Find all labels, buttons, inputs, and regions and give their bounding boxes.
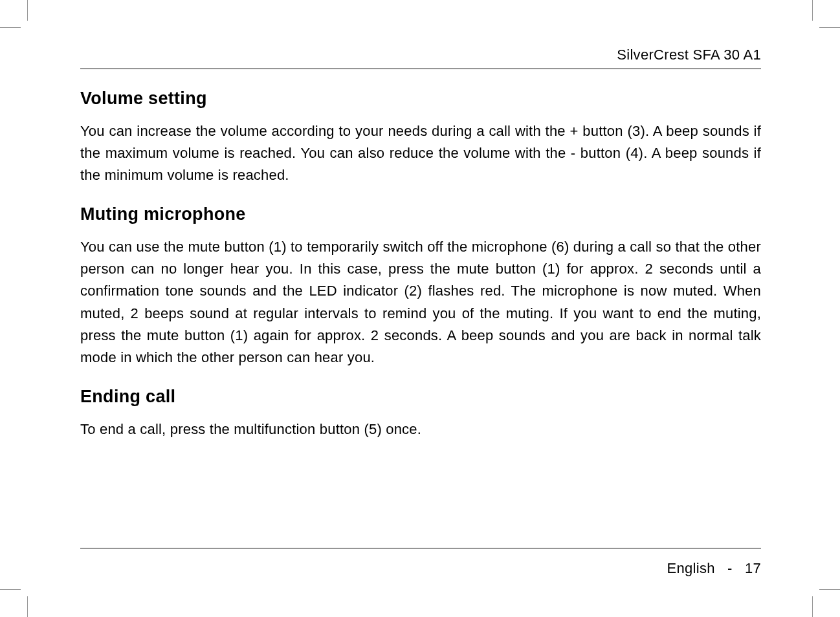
crop-mark <box>0 589 21 590</box>
crop-mark <box>819 27 840 28</box>
section-heading-muting: Muting microphone <box>80 204 761 224</box>
page-footer: English - 17 <box>80 548 761 577</box>
section-heading-ending: Ending call <box>80 387 761 407</box>
crop-mark <box>0 27 21 28</box>
footer-separator: - <box>727 560 733 576</box>
page-header: SilverCrest SFA 30 A1 <box>80 47 761 69</box>
section-heading-volume: Volume setting <box>80 89 761 109</box>
crop-mark <box>812 0 813 21</box>
section-body-ending: To end a call, press the multifunction b… <box>80 418 761 440</box>
crop-mark <box>27 596 28 617</box>
section-body-volume: You can increase the volume according to… <box>80 120 761 186</box>
product-name: SilverCrest SFA 30 A1 <box>617 47 761 63</box>
crop-mark <box>27 0 28 21</box>
page-container: SilverCrest SFA 30 A1 Volume setting You… <box>27 27 813 590</box>
crop-mark <box>812 596 813 617</box>
footer-page-number: 17 <box>745 560 761 576</box>
page-content: Volume setting You can increase the volu… <box>80 69 761 548</box>
crop-mark <box>819 589 840 590</box>
footer-language: English <box>667 560 715 576</box>
section-body-muting: You can use the mute button (1) to tempo… <box>80 236 761 369</box>
